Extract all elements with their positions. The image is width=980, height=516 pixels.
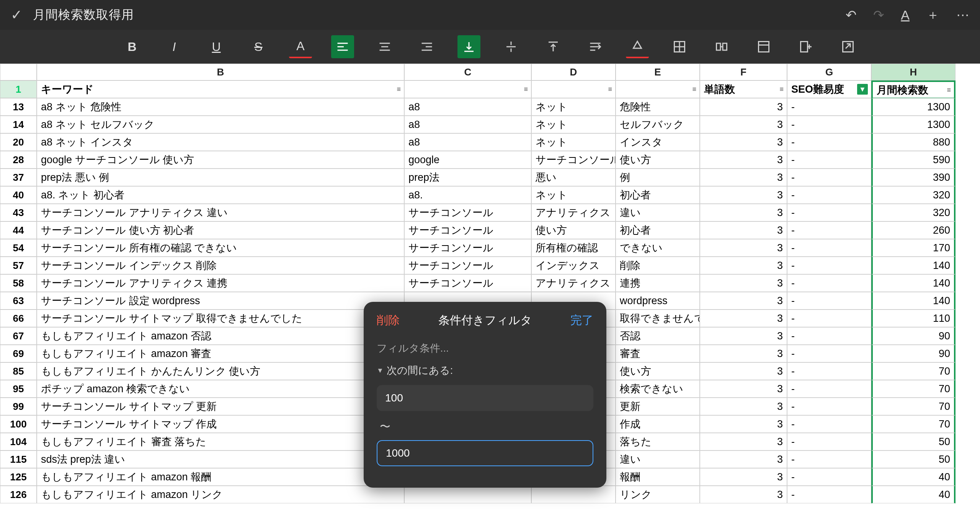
filter-icon[interactable]: ≡: [947, 86, 951, 94]
cell-keyword[interactable]: ポチップ amazon 検索できない: [37, 380, 404, 398]
cell-e[interactable]: 削除: [616, 257, 700, 274]
cell-e[interactable]: 落ちた: [616, 433, 700, 450]
row-header[interactable]: 63: [0, 292, 37, 310]
cell-keyword[interactable]: もしもアフィリエイト amazon 報酬: [37, 468, 404, 486]
cell-c[interactable]: サーチコンソール: [404, 257, 531, 274]
row-header[interactable]: 20: [0, 133, 37, 151]
cell-difficulty[interactable]: -: [787, 450, 871, 468]
cell-wordcount[interactable]: 3: [700, 239, 787, 257]
cell-keyword[interactable]: もしもアフィリエイト amazon 審査: [37, 345, 404, 362]
cell-d[interactable]: インデックス: [531, 257, 616, 274]
cell-keyword[interactable]: もしもアフィリエイト かんたんリンク 使い方: [37, 362, 404, 380]
col-header-D[interactable]: D: [531, 64, 616, 80]
row-header[interactable]: 58: [0, 274, 37, 292]
cell-difficulty[interactable]: -: [787, 486, 871, 503]
cell-keyword[interactable]: a8 ネット インスタ: [37, 133, 404, 151]
cell-volume[interactable]: 390: [871, 169, 956, 186]
borders-button[interactable]: [668, 35, 691, 58]
cell-volume[interactable]: 70: [871, 415, 956, 433]
row-header[interactable]: 104: [0, 433, 37, 450]
cell-volume[interactable]: 70: [871, 380, 956, 398]
cell-c[interactable]: a8: [404, 98, 531, 116]
cell-difficulty[interactable]: -: [787, 204, 871, 221]
cell-e[interactable]: 使い方: [616, 362, 700, 380]
col-header-H[interactable]: H: [871, 64, 956, 80]
cell-keyword[interactable]: サーチコンソール アナリティクス 違い: [37, 204, 404, 221]
cell-e[interactable]: 報酬: [616, 468, 700, 486]
cell-difficulty[interactable]: -: [787, 221, 871, 239]
cell-e[interactable]: 例: [616, 169, 700, 186]
col-header-G[interactable]: G: [787, 64, 871, 80]
cell-keyword[interactable]: a8. ネット 初心者: [37, 186, 404, 204]
cell-c[interactable]: a8: [404, 116, 531, 133]
cell-wordcount[interactable]: 3: [700, 151, 787, 169]
header-cell-C[interactable]: ≡: [404, 80, 531, 98]
more-icon[interactable]: ⋯: [956, 7, 969, 23]
cell-e[interactable]: インスタ: [616, 133, 700, 151]
cell-volume[interactable]: 140: [871, 292, 956, 310]
cell-e[interactable]: できない: [616, 239, 700, 257]
filter-min-input[interactable]: [377, 385, 593, 411]
row-header[interactable]: 44: [0, 221, 37, 239]
header-cell-B[interactable]: キーワード≡: [37, 80, 404, 98]
cell-d[interactable]: 所有権の確認: [531, 239, 616, 257]
cell-volume[interactable]: 40: [871, 468, 956, 486]
undo-icon[interactable]: ↶: [846, 7, 856, 23]
filter-icon[interactable]: ≡: [524, 85, 528, 93]
cell-keyword[interactable]: google サーチコンソール 使い方: [37, 151, 404, 169]
cell-difficulty[interactable]: -: [787, 98, 871, 116]
cell-d[interactable]: 悪い: [531, 169, 616, 186]
cell-difficulty[interactable]: -: [787, 169, 871, 186]
cell-volume[interactable]: 590: [871, 151, 956, 169]
filter-icon[interactable]: ▼: [857, 84, 868, 95]
freeze-button[interactable]: [752, 35, 775, 58]
header-cell-G[interactable]: SEO難易度▼: [787, 80, 871, 98]
cell-keyword[interactable]: もしもアフィリエイト amazon 否認: [37, 327, 404, 345]
cell-c[interactable]: サーチコンソール: [404, 274, 531, 292]
align-right-button[interactable]: [415, 35, 438, 58]
cell-e[interactable]: 否認: [616, 327, 700, 345]
cell-d[interactable]: ネット: [531, 116, 616, 133]
cell-wordcount[interactable]: 3: [700, 274, 787, 292]
col-header-C[interactable]: C: [404, 64, 531, 80]
dialog-done-button[interactable]: 完了: [570, 313, 593, 328]
filter-icon[interactable]: ≡: [692, 85, 696, 93]
row-header[interactable]: 100: [0, 415, 37, 433]
row-header[interactable]: 85: [0, 362, 37, 380]
cell-volume[interactable]: 1300: [871, 116, 956, 133]
cell-keyword[interactable]: サーチコンソール サイトマップ 作成: [37, 415, 404, 433]
bold-button[interactable]: B: [121, 35, 144, 58]
cell-wordcount[interactable]: 3: [700, 204, 787, 221]
cell-volume[interactable]: 70: [871, 398, 956, 415]
col-header-F[interactable]: F: [700, 64, 787, 80]
cell-difficulty[interactable]: -: [787, 433, 871, 450]
align-center-button[interactable]: [373, 35, 396, 58]
cell-d[interactable]: ネット: [531, 98, 616, 116]
header-cell-H[interactable]: 月間検索数≡: [871, 80, 956, 98]
row-header[interactable]: 125: [0, 468, 37, 486]
cell-difficulty[interactable]: -: [787, 327, 871, 345]
redo-icon[interactable]: ↷: [873, 7, 884, 23]
cell-difficulty[interactable]: -: [787, 292, 871, 310]
cell-keyword[interactable]: a8 ネット セルフバック: [37, 116, 404, 133]
cell-keyword[interactable]: sds法 prep法 違い: [37, 450, 404, 468]
cell-wordcount[interactable]: 3: [700, 310, 787, 327]
cell-wordcount[interactable]: 3: [700, 362, 787, 380]
cell-c[interactable]: サーチコンソール: [404, 221, 531, 239]
row-header[interactable]: 67: [0, 327, 37, 345]
cell-keyword[interactable]: サーチコンソール インデックス 削除: [37, 257, 404, 274]
row-header[interactable]: 69: [0, 345, 37, 362]
cell-volume[interactable]: 320: [871, 186, 956, 204]
cell-d[interactable]: アナリティクス: [531, 274, 616, 292]
cell-volume[interactable]: 320: [871, 204, 956, 221]
row-header[interactable]: 37: [0, 169, 37, 186]
row-header[interactable]: 1: [0, 80, 37, 98]
cell-keyword[interactable]: サーチコンソール サイトマップ 更新: [37, 398, 404, 415]
row-header[interactable]: 28: [0, 151, 37, 169]
cell-volume[interactable]: 880: [871, 133, 956, 151]
align-left-button[interactable]: [331, 35, 354, 58]
cell-difficulty[interactable]: -: [787, 151, 871, 169]
cell-keyword[interactable]: もしもアフィリエイト 審査 落ちた: [37, 433, 404, 450]
row-header[interactable]: 66: [0, 310, 37, 327]
cell-wordcount[interactable]: 3: [700, 169, 787, 186]
